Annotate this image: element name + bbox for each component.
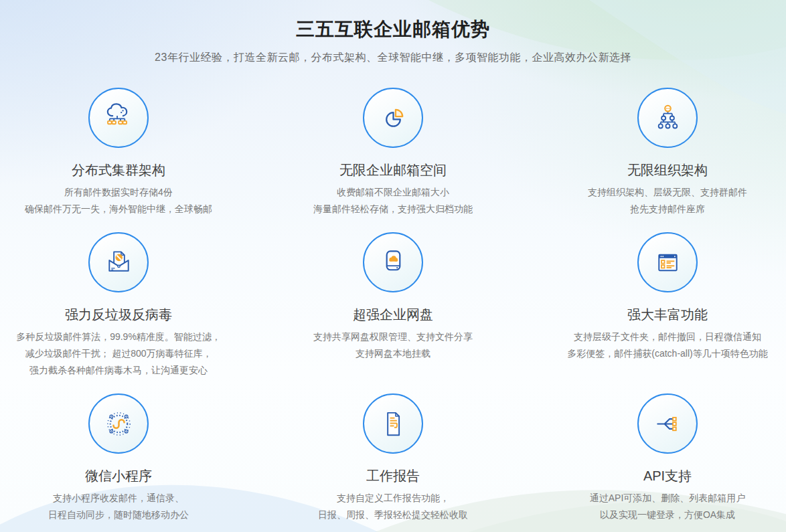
feature-icon-circle [363,393,423,454]
feature-description: 所有邮件数据实时存储4份确保邮件万无一失，海外智能中继，全球畅邮 [0,184,256,217]
feature-title: 工作报告 [256,466,530,485]
feature-desc-line: 确保邮件万无一失，海外智能中继，全球畅邮 [0,201,256,217]
feature-title: 微信小程序 [0,466,256,485]
feature-desc-line: 收费邮箱不限企业邮箱大小 [256,184,530,201]
feature-card-anti-spam-virus: 强力反垃圾反病毒 多种反垃圾邮件算法，99.9%精准度。智能过滤，减少垃圾邮件干… [0,232,256,379]
feature-description: 支持共享网盘权限管理、支持文件分享支持网盘本地挂载 [256,329,530,362]
feature-icon-circle [88,393,149,454]
cloud-disk-icon [378,247,409,278]
feature-desc-line: 海量邮件轻松存储，支持强大归档功能 [256,201,530,217]
cloud-network-icon [103,102,135,134]
section-header: 三五互联企业邮箱优势 23年行业经验，打造全新云邮，分布式架构、全球智能中继，多… [0,0,786,65]
feature-icon-circle [637,88,698,148]
feature-card-work-report: 工作报告 支持自定义工作报告功能，日报、周报、季报轻松提交轻松收取 [256,393,530,523]
org-chart-icon [652,102,684,134]
feature-card-unlimited-org: 无限组织架构 支持组织架构、层级无限、支持群邮件抢先支持邮件座席 [530,88,786,217]
feature-title: 超强企业网盘 [256,305,530,324]
page-title: 三五互联企业邮箱优势 [0,17,786,42]
feature-description: 通过API可添加、删除、列表邮箱用户以及实现一键登录，方便OA集成 [530,490,786,523]
feature-card-unlimited-space: 无限企业邮箱空间 收费邮箱不限企业邮箱大小海量邮件轻松存储，支持强大归档功能 [256,88,530,217]
feature-desc-line: 支持层级子文件夹，邮件撤回，日程微信通知 [530,329,786,345]
pie-chart-icon [378,102,409,134]
feature-description: 支持组织架构、层级无限、支持群邮件抢先支持邮件座席 [530,184,786,217]
feature-description: 支持小程序收发邮件，通信录、日程自动同步，随时随地移动办公 [0,490,256,523]
feature-desc-line: 支持自定义工作报告功能， [256,490,530,507]
feature-desc-line: 多种反垃圾邮件算法，99.9%精准度。智能过滤， [0,329,256,345]
feature-description: 收费邮箱不限企业邮箱大小海量邮件轻松存储，支持强大归档功能 [256,184,530,217]
feature-title: 分布式集群架构 [0,161,256,179]
anti-spam-mail-icon [103,247,135,278]
feature-title: 无限企业邮箱空间 [256,161,530,179]
feature-title: 强大丰富功能 [530,305,786,324]
report-document-icon [378,408,409,440]
feature-desc-line: 支持小程序收发邮件，通信录、 [0,490,256,507]
feature-desc-line: 支持网盘本地挂载 [256,345,530,362]
feature-desc-line: 以及实现一键登录，方便OA集成 [530,507,786,523]
window-list-icon [652,247,684,278]
feature-title: API支持 [530,466,786,485]
feature-icon-circle [637,393,698,454]
feature-description: 支持层级子文件夹，邮件撤回，日程微信通知多彩便签，邮件捕获(catch-all)… [530,329,786,362]
feature-desc-line: 抢先支持邮件座席 [530,201,786,217]
feature-desc-line: 通过API可添加、删除、列表邮箱用户 [530,490,786,507]
feature-description: 多种反垃圾邮件算法，99.9%精准度。智能过滤，减少垃圾邮件干扰； 超过800万… [0,329,256,379]
feature-desc-line: 所有邮件数据实时存储4份 [0,184,256,201]
feature-desc-line: 日报、周报、季报轻松提交轻松收取 [256,507,530,523]
feature-desc-line: 多彩便签，邮件捕获(catch-all)等几十项特色功能 [530,345,786,362]
page: { "header": { "title": "三五互联企业邮箱优势", "su… [0,0,786,532]
features-grid: 分布式集群架构 所有邮件数据实时存储4份确保邮件万无一失，海外智能中继，全球畅邮… [0,88,786,523]
mini-program-qr-icon [103,408,135,440]
feature-title: 强力反垃圾反病毒 [0,305,256,324]
feature-icon-circle [88,232,149,292]
feature-desc-line: 支持组织架构、层级无限、支持群邮件 [530,184,786,201]
feature-icon-circle [363,88,423,148]
feature-icon-circle [363,232,423,292]
feature-description: 支持自定义工作报告功能，日报、周报、季报轻松提交轻松收取 [256,490,530,523]
feature-desc-line: 支持共享网盘权限管理、支持文件分享 [256,329,530,345]
feature-icon-circle [637,232,698,292]
feature-card-distributed-cluster: 分布式集群架构 所有邮件数据实时存储4份确保邮件万无一失，海外智能中继，全球畅邮 [0,88,256,217]
api-branch-icon [652,408,684,440]
advantages-section: 三五互联企业邮箱优势 23年行业经验，打造全新云邮，分布式架构、全球智能中继，多… [0,0,786,523]
feature-card-enterprise-netdisk: 超强企业网盘 支持共享网盘权限管理、支持文件分享支持网盘本地挂载 [256,232,530,379]
feature-desc-line: 减少垃圾邮件干扰； 超过800万病毒特征库， [0,345,256,362]
feature-desc-line: 强力截杀各种邮件病毒木马，让沟通更安心 [0,362,256,379]
feature-desc-line: 日程自动同步，随时随地移动办公 [0,507,256,523]
feature-card-mini-program: 微信小程序 支持小程序收发邮件，通信录、日程自动同步，随时随地移动办公 [0,393,256,523]
page-subtitle: 23年行业经验，打造全新云邮，分布式架构、全球智能中继，多项智能功能，企业高效办… [0,51,786,65]
feature-card-rich-features: 强大丰富功能 支持层级子文件夹，邮件撤回，日程微信通知多彩便签，邮件捕获(cat… [530,232,786,379]
feature-card-api-support: API支持 通过API可添加、删除、列表邮箱用户以及实现一键登录，方便OA集成 [530,393,786,523]
feature-title: 无限组织架构 [530,161,786,179]
feature-icon-circle [88,88,149,148]
